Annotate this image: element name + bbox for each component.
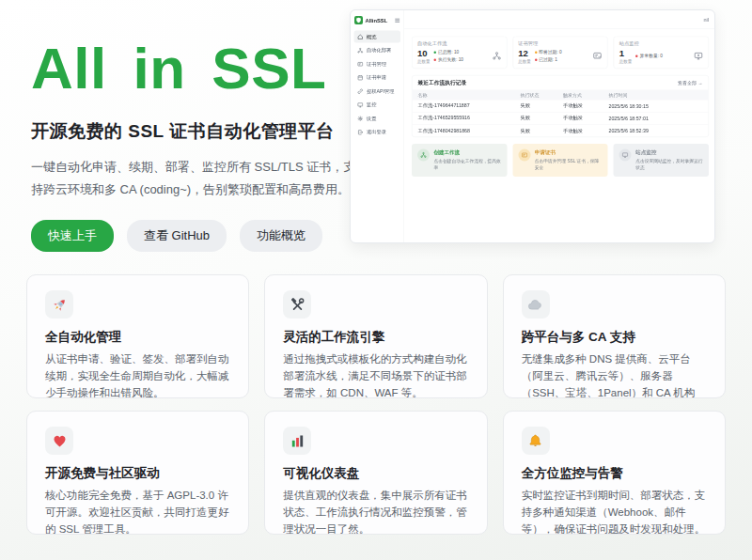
bell-icon (522, 427, 550, 455)
dash-body: 自动化工作流 10 总数量 已启用: 10 执行失败: 10 (404, 29, 715, 183)
hero-description: 一键自动化申请、续期、部署、监控所有 SSL/TLS 证书，支持跨云环境和多 C… (31, 156, 358, 200)
table-row: 工作流-1746529555916 失败 手动触发 2025/5/6 18:57… (413, 112, 709, 124)
quick-action-site-monitor: 站点监控 点击设置网站监控，及时掌握运行状态 (614, 144, 709, 177)
cell-status: 失败 (521, 102, 563, 109)
certificate-circle-icon (518, 148, 530, 161)
calendar-icon (357, 74, 364, 81)
cell-trigger: 手动触发 (563, 115, 608, 121)
quick-action-title: 创建工作流 (434, 148, 502, 156)
dash-nav-label: 概览 (367, 34, 377, 40)
feature-title: 全自动化管理 (45, 329, 230, 346)
cell-status: 失败 (521, 115, 563, 121)
dash-username: nil (703, 17, 709, 23)
dashboard-screenshot: AllinSSL 概览 (350, 9, 715, 243)
orange-dot (535, 51, 538, 54)
col-time: 执行时间 (609, 91, 703, 98)
quick-action-desc: 点击设置网站监控，及时掌握运行状态 (635, 158, 703, 171)
legend-text: 已过期: 1 (539, 56, 557, 63)
hero-section: All in SSL 开源免费的 SSL 证书自动化管理平台 一键自动化申请、续… (31, 36, 358, 252)
quick-action-desc: 点击创建自动化工作流程，提高效率 (434, 158, 502, 171)
bar-chart-icon (283, 427, 311, 455)
red-dot (635, 54, 638, 57)
cloud-icon (522, 290, 550, 319)
cell-name: 工作流-1746529555916 (418, 115, 521, 121)
monitor-icon (357, 101, 364, 108)
feature-title: 跨平台与多 CA 支持 (522, 329, 707, 346)
stat-card-workflows: 自动化工作流 10 总数量 已启用: 10 执行失败: 10 (412, 37, 507, 69)
heart-icon (45, 427, 73, 455)
feature-card-automation: 全自动化管理 从证书申请、验证、签发、部署到自动续期，实现全生命周期自动化，大幅… (26, 274, 249, 398)
dash-nav-label: 设置 (367, 116, 377, 122)
stat-title: 自动化工作流 (417, 40, 501, 47)
col-status: 执行状态 (521, 91, 563, 98)
red-dot (535, 58, 538, 61)
shield-icon (354, 16, 363, 24)
home-icon (357, 34, 364, 40)
feature-overview-button[interactable]: 功能概览 (240, 220, 322, 252)
feature-title: 可视化仪表盘 (283, 465, 468, 482)
page-title: All in SSL (31, 36, 358, 101)
quick-action-title: 站点监控 (635, 148, 703, 156)
stat-value: 12 (518, 48, 531, 58)
monitor-add-icon (694, 52, 703, 61)
dash-nav-label: 授权API管理 (367, 88, 394, 95)
dash-logo: AllinSSL (354, 15, 401, 29)
legend-text: 异常数量: 0 (640, 53, 663, 59)
dash-header: nil (404, 10, 715, 29)
get-started-button[interactable]: 快速上手 (31, 220, 114, 252)
view-all-link: 查看全部 → (678, 80, 702, 86)
col-name: 名称 (418, 91, 521, 98)
feature-card-workflow-engine: 灵活的工作流引擎 通过拖拽式或模板化的方式构建自动化部署流水线，满足不同场景下的… (264, 274, 487, 398)
cell-name: 工作流-1749644711887 (418, 102, 521, 109)
link-icon (357, 88, 364, 95)
quick-action-apply-certificate: 申请证书 点击申请并管理 SSL 证书，保障安全 (512, 144, 607, 177)
view-github-button[interactable]: 查看 GitHub (127, 220, 227, 252)
feature-desc: 无缝集成多种 DNS 提供商、云平台（阿里云、腾讯云等）、服务器（SSH、宝塔、… (522, 351, 707, 398)
feature-desc: 实时监控证书到期时间、部署状态，支持多种通知渠道（Webhook、邮件等），确保… (522, 488, 707, 535)
dash-nav-monitor: 监控 (354, 99, 401, 111)
red-dot (434, 58, 437, 61)
stat-unit: 总数量 (518, 58, 531, 65)
collapse-sidebar-icon (395, 18, 400, 23)
dash-nav-overview: 概览 (354, 31, 401, 43)
feature-grid: 全自动化管理 从证书申请、验证、签发、部署到自动续期，实现全生命周期自动化，大幅… (26, 274, 726, 535)
workflow-nodes-icon (492, 52, 501, 61)
col-trigger: 触发方式 (563, 91, 608, 98)
cell-trigger: 手动触发 (563, 102, 608, 109)
feature-desc: 提供直观的仪表盘，集中展示所有证书状态、工作流执行情况和监控预警，管理状况一目了… (283, 488, 468, 535)
hero-subtitle: 开源免费的 SSL 证书自动化管理平台 (31, 119, 358, 144)
tools-icon (283, 290, 311, 319)
stat-unit: 总数量 (417, 58, 431, 65)
monitor-circle-icon (619, 148, 632, 161)
dash-nav-api-auth: 授权API管理 (354, 86, 401, 98)
dash-sidebar: AllinSSL 概览 (351, 10, 404, 243)
dash-nav-cert-manage: 证书管理 (354, 58, 401, 70)
stat-card-site-monitor: 站点监控 1 总数量 异常数量: 0 (614, 37, 709, 69)
table-header-row: 名称 执行状态 触发方式 执行时间 (413, 89, 709, 100)
workflow-circle-icon (417, 148, 430, 161)
cell-time: 2025/5/6 18:52:39 (609, 128, 703, 133)
dash-logo-text: AllinSSL (366, 18, 393, 23)
stat-value: 1 (619, 48, 633, 58)
stat-unit: 总数量 (619, 58, 633, 65)
dash-nav-label: 证书管理 (367, 61, 386, 68)
cell-time: 2025/5/6 18:57:01 (609, 116, 703, 121)
feature-desc: 核心功能完全免费，基于 AGPL-3.0 许可开源。欢迎社区贡献，共同打造更好的… (45, 488, 230, 535)
cell-name: 工作流-1748042981868 (418, 127, 521, 133)
dash-nav-logout: 退出登录 (354, 126, 401, 138)
stat-cards-row: 自动化工作流 10 总数量 已启用: 10 执行失败: 10 (412, 37, 709, 69)
quick-action-create-workflow: 创建工作流 点击创建自动化工作流程，提高效率 (412, 144, 507, 177)
feature-card-open-source: 开源免费与社区驱动 核心功能完全免费，基于 AGPL-3.0 许可开源。欢迎社区… (26, 411, 249, 535)
dash-nav-label: 自动化部署 (367, 47, 391, 54)
dash-nav-settings: 设置 (354, 113, 401, 125)
feature-title: 开源免费与社区驱动 (45, 465, 230, 482)
dash-nav-label: 监控 (367, 101, 377, 108)
table-row: 工作流-1749644711887 失败 手动触发 2025/5/6 18:30… (413, 100, 709, 112)
cell-status: 失败 (521, 127, 563, 133)
feature-card-monitoring-alerts: 全方位监控与告警 实时监控证书到期时间、部署状态，支持多种通知渠道（Webhoo… (503, 411, 726, 535)
logout-icon (357, 129, 364, 135)
stat-title: 证书管理 (518, 40, 602, 47)
rocket-icon (45, 290, 73, 319)
feature-card-dashboard: 可视化仪表盘 提供直观的仪表盘，集中展示所有证书状态、工作流执行情况和监控预警，… (264, 411, 487, 535)
feature-card-multi-ca: 跨平台与多 CA 支持 无缝集成多种 DNS 提供商、云平台（阿里云、腾讯云等）… (503, 274, 726, 398)
